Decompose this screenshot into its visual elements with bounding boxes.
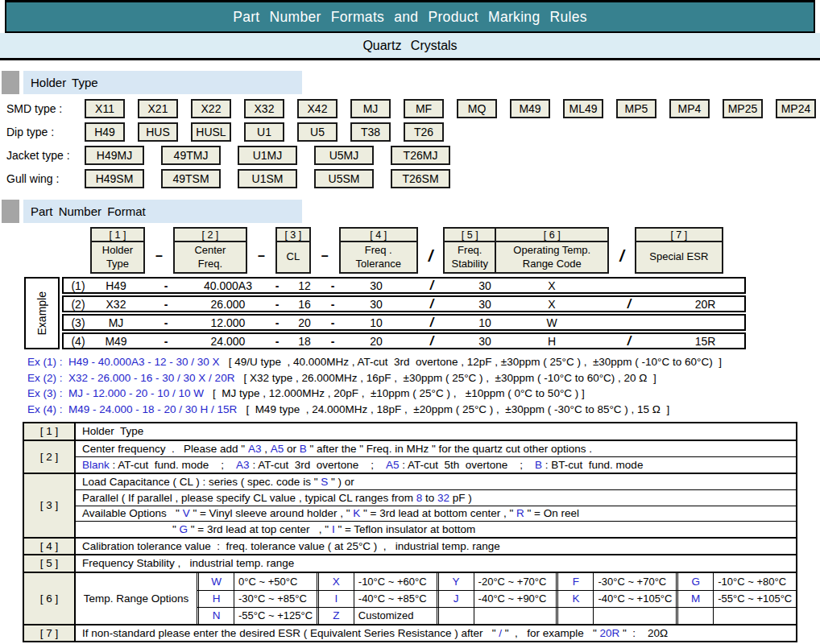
example-note-3: Ex (3) : MJ - 12.000 - 20 - 10 / 10 W[ M… [27, 386, 820, 402]
holder-row: Jacket type :H49MJ49TMJU1MJU5MJT26MJ [0, 143, 820, 167]
holder-box-m49: M49 [510, 99, 550, 118]
spec-code-text: 8 [416, 492, 423, 504]
holder-box-u1mj: U1MJ [238, 146, 297, 165]
holder-row-label: Dip type : [6, 126, 85, 138]
example-cell: / [592, 334, 666, 349]
example-cell: - [318, 316, 347, 329]
example-cell: 30 [458, 335, 511, 348]
temp-grid-group: N-55°C ~ +125°C [197, 608, 317, 624]
spec-code-text: S [321, 476, 328, 488]
holder-boxes: H49MJ49TMJU1MJU5MJT26MJ [85, 146, 450, 165]
temp-range-cell: -40°C ~ +90°C [474, 591, 557, 607]
spec-row-4: [ 4 ]Calibration tolerance value : freq.… [24, 537, 796, 555]
example-row: (2)X32-26.000-16-30/30X/20R [62, 295, 746, 312]
spec-text: " : 20Ω [619, 627, 668, 639]
spec-text: Calibration tolerance value : freq. tole… [82, 540, 500, 552]
spec-code-text: 32 [437, 492, 449, 504]
format-box-6: [ 6 ]Operating Temp. Range Code [496, 227, 609, 274]
spec-code-text: G [180, 523, 188, 535]
temp-grid-row: N-55°C ~ +125°CZCustomized [197, 607, 796, 624]
example-cell: (1) [64, 279, 93, 292]
spec-row-7: [ 7 ]If non-standard please enter the de… [24, 624, 796, 642]
temp-grid-group: X-10°C ~ +60°C [317, 573, 437, 590]
example-note-2: Ex (2) : X32 - 26.000 - 16 - 30 / 30 X /… [27, 370, 820, 386]
format-box-number: [ 7 ] [636, 229, 722, 242]
example-cell: 18 [291, 335, 318, 348]
spec-row-1: [ 1 ]Holder Type [24, 423, 796, 440]
format-box-label: CL [277, 242, 309, 272]
temp-range-cell: -30°C ~ +85°C [234, 591, 317, 607]
spec-code-text: K [353, 507, 360, 519]
format-box-group: [ 5 ]Freq. Stability[ 6 ]Operating Temp.… [443, 227, 609, 274]
example-cell: - [139, 298, 193, 311]
example-cell: H [511, 335, 592, 348]
temp-range-cell [714, 608, 796, 624]
holder-box-mj: MJ [350, 99, 391, 118]
temp-code-cell: X [319, 573, 354, 590]
spec-row-6: [ 6 ]Temp. Range OptionsW0°C ~ +50°CX-10… [24, 572, 796, 624]
subtitle-bar: Quartz Crystals [0, 33, 820, 60]
example-cell: (3) [64, 316, 93, 329]
spec-code-text: A3 [236, 459, 250, 471]
part-number-format-row: [ 1 ]Holder Type–[ 2 ]Center Freq.–[ 3 ]… [90, 227, 820, 274]
spec-line: Frequency Stability , industrial temp. r… [76, 555, 796, 572]
spec-row-content: Center frequency . Please add " A3 , A5 … [76, 441, 796, 473]
spec-text: " = 3rd lead at bottom center , " [360, 507, 516, 519]
section-header-holder-type: Holder Type [2, 71, 820, 94]
format-box-label: Operating Temp. Range Code [496, 242, 607, 272]
temp-grid-group: J-40°C ~ +90°C [437, 591, 557, 607]
holder-row-label: SMD type : [6, 102, 85, 115]
format-box-5: [ 5 ]Freq. Stability [443, 227, 496, 274]
format-separator: – [321, 249, 329, 263]
spec-code-text: A5 [386, 459, 400, 471]
spec-line: Available Options " V " = Vinyl sleeve a… [76, 506, 796, 522]
example-cell: 30 [347, 279, 405, 292]
example-cell: - [139, 335, 193, 348]
format-box-number: [ 1 ] [92, 229, 143, 242]
example-cell: MJ [93, 316, 139, 329]
spec-row-number: [ 6 ] [24, 573, 76, 624]
temp-grid-group: G-10°C ~ +80°C [676, 573, 796, 590]
spec-table: [ 1 ]Holder Type[ 2 ]Center frequency . … [23, 422, 797, 642]
spec-row-content: Holder Type [76, 423, 796, 440]
temp-grid-group: H-30°C ~ +85°C [197, 591, 317, 607]
section-title-part-number-format: Part Number Format [31, 204, 146, 218]
spec-row-3: [ 3 ]Load Capacitance ( CL ) : series ( … [24, 473, 796, 537]
spec-text: : AT-cut fund. mode ; [110, 459, 236, 471]
holder-box-t38: T38 [350, 122, 391, 142]
spec-text: " [172, 523, 180, 535]
format-box-label: Special ESR [636, 242, 722, 272]
spec-row-number: [ 4 ] [24, 539, 76, 555]
example-cell: X [511, 298, 592, 311]
temp-code-cell: W [199, 573, 234, 590]
spec-text: " = 3rd lead at top center , " [188, 523, 332, 535]
example-cell: 12 [291, 279, 318, 292]
example-cell: W [511, 316, 592, 329]
holder-box-x42: X42 [297, 99, 338, 118]
format-separator: – [155, 249, 163, 263]
temp-grid-group: W0°C ~ +50°C [197, 573, 317, 590]
example-cell: - [263, 298, 291, 311]
section-header-part-number-format: Part Number Format [2, 200, 820, 223]
temp-code-cell: G [678, 573, 714, 590]
holder-box-49tmj: 49TMJ [161, 146, 221, 165]
example-cell: 30 [347, 298, 405, 311]
spec-text: " = Teflon insulator at bottom [335, 523, 476, 535]
temp-code-cell: H [199, 591, 234, 607]
spec-code-text: Blank [82, 459, 110, 471]
temp-code-cell: F [558, 573, 594, 590]
example-side-label: Example [24, 277, 60, 349]
temp-range-cell: -55°C ~ +105°C [714, 591, 796, 607]
format-box-number: [ 2 ] [175, 229, 246, 242]
spec-row-5: [ 5 ]Frequency Stability , industrial te… [24, 554, 796, 572]
temp-grid-group [556, 608, 676, 624]
spec-row-number: [ 3 ] [24, 474, 76, 537]
temp-range-grid: W0°C ~ +50°CX-10°C ~ +60°CY-20°C ~ +70°C… [197, 573, 796, 624]
holder-box-x21: X21 [138, 99, 178, 118]
spec-line: Load Capacitance ( CL ) : series ( spec.… [76, 474, 796, 490]
holder-box-x32: X32 [244, 99, 284, 118]
holder-box-mp25: MP25 [723, 99, 763, 118]
example-cell: / [405, 334, 458, 349]
temp-grid-group [676, 608, 796, 624]
temp-range-cell: -40°C ~ +105°C [594, 591, 676, 607]
